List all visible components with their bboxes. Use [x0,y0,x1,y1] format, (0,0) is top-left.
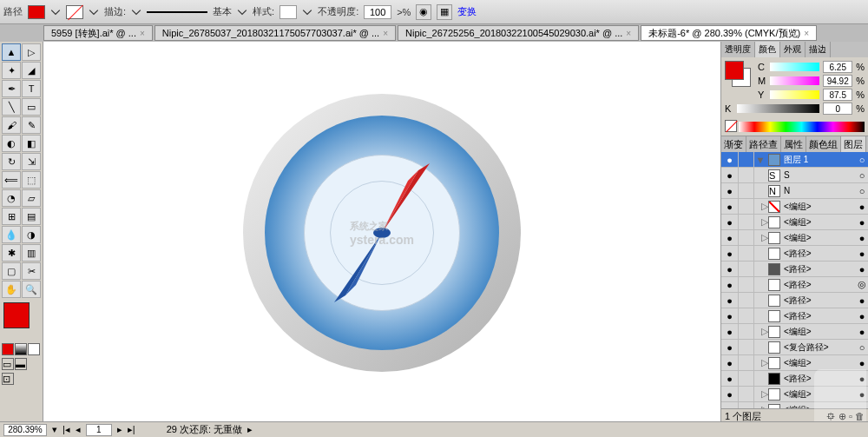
black-slider[interactable] [737,104,819,113]
target-icon[interactable]: ● [856,295,868,306]
lock-cell[interactable] [739,262,754,277]
artboard-input[interactable] [86,424,112,436]
close-icon[interactable]: × [140,29,145,38]
chevron-down-icon[interactable] [131,7,141,17]
direct-selection-tool[interactable]: ▷ [22,43,41,61]
layer-name[interactable]: <编组> [782,326,856,338]
target-icon[interactable]: ● [856,311,868,321]
style-swatch[interactable] [279,5,297,19]
nav-prev-icon[interactable]: ◂ [76,424,81,435]
scale-tool[interactable]: ⇲ [22,153,41,170]
stroke-swatch-none[interactable] [66,5,83,19]
target-icon[interactable]: ● [856,202,868,212]
layer-row[interactable]: ●<路径>● [721,293,868,308]
type-tool[interactable]: T [22,80,41,97]
panel-tab[interactable]: 路径查 [746,136,781,152]
layer-name[interactable]: <编组> [782,357,856,369]
layer-row[interactable]: ●<路径>● [721,246,868,262]
layer-row[interactable]: ●▷<编组>● [721,215,868,230]
nav-next-icon[interactable]: ▸ [117,424,122,435]
visibility-icon[interactable]: ● [721,168,739,183]
eyedropper-tool[interactable]: 💧 [2,226,21,243]
visibility-icon[interactable]: ● [721,355,739,371]
black-input[interactable] [823,103,852,115]
visibility-icon[interactable]: ● [721,371,739,387]
transform-link[interactable]: 变换 [457,5,477,18]
visibility-icon[interactable]: ● [721,230,739,246]
zoom-input[interactable] [3,424,47,436]
align-icon[interactable]: ▦ [437,4,452,20]
layer-name[interactable]: <路径> [782,263,856,275]
lock-cell[interactable] [739,199,754,215]
rotate-tool[interactable]: ↻ [2,153,21,170]
opacity-input[interactable] [364,5,391,19]
disclosure-icon[interactable]: ▷ [754,201,766,212]
visibility-icon[interactable]: ● [721,246,739,262]
screen-mode-icon[interactable]: ⊡ [2,373,14,385]
gradient-mode-icon[interactable] [15,343,27,355]
panel-tab[interactable]: 属性 [781,136,806,152]
visibility-icon[interactable]: ● [721,183,739,199]
layer-row[interactable]: ●<复合路径>○ [721,340,868,355]
chevron-right-icon[interactable]: ▸ [247,424,253,435]
layer-name[interactable]: 图层 1 [782,154,856,166]
disclosure-icon[interactable]: ▷ [754,326,766,337]
screen-mode-icon[interactable]: ▭ [2,358,14,370]
layer-row[interactable]: ●▷<编组>● [721,199,868,215]
visibility-icon[interactable]: ● [721,293,739,308]
gradient-tool[interactable]: ▤ [22,208,41,225]
magenta-input[interactable] [823,75,852,87]
visibility-icon[interactable]: ● [721,262,739,277]
pen-tool[interactable]: ✒ [2,80,21,97]
visibility-icon[interactable]: ● [721,324,739,340]
chevron-down-icon[interactable] [302,7,312,17]
cyan-slider[interactable] [770,63,819,71]
layer-name[interactable]: <复合路径> [782,341,856,354]
compass-artwork[interactable]: 系统之家 ystera.com [243,94,521,372]
color-mode-icon[interactable] [2,343,14,355]
recolor-icon[interactable]: ◉ [416,4,431,20]
panel-tab[interactable]: 图层 [841,136,866,152]
none-swatch-icon[interactable] [725,120,737,132]
layer-name[interactable]: <编组> [782,216,856,228]
free-transform-tool[interactable]: ⬚ [22,171,41,189]
visibility-icon[interactable]: ● [721,199,739,215]
width-tool[interactable]: ⟸ [2,171,21,189]
lock-cell[interactable] [739,387,754,402]
mesh-tool[interactable]: ⊞ [2,208,21,225]
document-tab[interactable]: 未标题-6* @ 280.39% (CMYK/预览)× [641,25,817,41]
panel-tab[interactable]: 渐变 [721,136,746,152]
layer-name[interactable]: S [782,170,856,180]
fill-color-swatch[interactable] [725,61,744,80]
column-graph-tool[interactable]: ▥ [22,244,41,262]
yellow-input[interactable] [823,89,852,101]
paintbrush-tool[interactable]: 🖌 [2,116,21,134]
lock-cell[interactable] [739,355,754,371]
panel-tab[interactable]: 描边 [806,42,831,57]
target-icon[interactable]: ◎ [856,279,868,290]
shape-builder-tool[interactable]: ◔ [2,189,21,207]
lock-cell[interactable] [739,168,754,183]
spectrum-picker[interactable] [739,122,865,132]
layer-name[interactable]: <编组> [782,232,856,244]
nav-last-icon[interactable]: ▸| [128,424,135,435]
lock-cell[interactable] [739,215,754,230]
document-tab[interactable]: Nipic_26725256_20180322100545029030.ai* … [398,25,639,41]
rectangle-tool[interactable]: ▭ [22,98,41,116]
perspective-tool[interactable]: ▱ [22,189,41,207]
layer-row[interactable]: ●<路径>● [721,308,868,324]
none-mode-icon[interactable] [28,343,40,355]
target-icon[interactable]: ● [856,358,868,368]
document-tab[interactable]: 5959 [转换].ai* @ ...× [43,25,153,41]
target-icon[interactable]: ● [856,264,868,275]
blend-tool[interactable]: ◑ [22,226,41,243]
disclosure-icon[interactable]: ▷ [754,216,766,228]
target-icon[interactable]: ● [856,327,868,337]
line-tool[interactable]: ╲ [2,98,21,116]
layer-name[interactable]: <路径> [782,310,856,322]
disclosure-icon[interactable]: ▷ [754,388,766,400]
disclosure-icon[interactable]: ▷ [754,232,766,243]
lock-cell[interactable] [739,324,754,340]
layer-row[interactable]: ●<路径>◎ [721,277,868,293]
magenta-slider[interactable] [770,76,819,85]
